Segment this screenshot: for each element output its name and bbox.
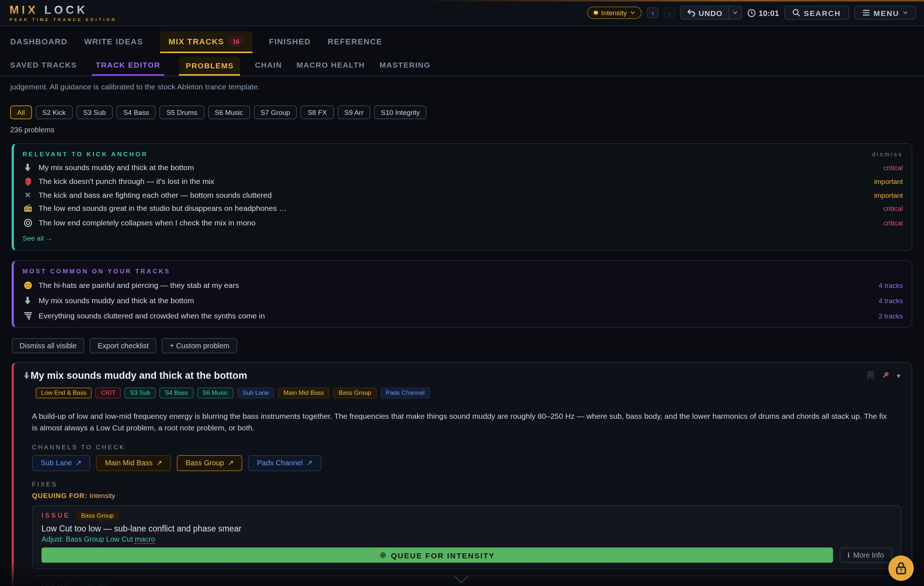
sub-nav: SAVED TRACKS TRACK EDITOR PROBLEMS CHAIN… xyxy=(0,53,924,76)
logo-lock: LOCK xyxy=(45,3,88,16)
search-label: SEARCH xyxy=(804,8,841,17)
main-nav-dashboard[interactable]: DASHBOARD xyxy=(10,37,67,53)
problem-list-item[interactable]: Everything sounds cluttered and crowded … xyxy=(23,311,903,320)
filter-chip-s3-sub[interactable]: S3 Sub xyxy=(76,105,113,119)
tag[interactable]: S4 Bass xyxy=(159,387,193,398)
menu-label: MENU xyxy=(873,8,899,17)
channel-link-bass-group[interactable]: Bass Group↗ xyxy=(177,455,242,471)
main-nav: DASHBOARD WRITE IDEAS MIX TRACKS 16 FINI… xyxy=(0,26,924,53)
search-button[interactable]: SEARCH xyxy=(784,6,849,20)
clock: 10:01 xyxy=(747,8,779,17)
undo-icon xyxy=(687,8,696,17)
channel-link-sub-lane[interactable]: Sub Lane↗ xyxy=(32,455,90,471)
tag[interactable]: Main Mid Bass xyxy=(278,387,330,398)
logo-mix: MIX xyxy=(10,3,38,16)
mix-tracks-count-badge: 16 xyxy=(228,36,243,46)
channel-link-main-mid-bass[interactable]: Main Mid Bass↗ xyxy=(96,455,171,471)
kick-anchor-panel-title: RELEVANT TO KICK ANCHOR xyxy=(23,150,148,158)
bookmark-icon[interactable] xyxy=(866,370,874,383)
problem-list-item[interactable]: The low end sounds great in the studio b… xyxy=(23,204,903,213)
filter-chip-all[interactable]: All xyxy=(10,105,31,119)
tag[interactable]: Sub Lane xyxy=(237,387,274,398)
boxing-glove-icon xyxy=(23,177,33,186)
issue-channel-chip: Bass Group xyxy=(76,511,119,520)
tag[interactable]: CRIT xyxy=(96,387,121,398)
logo-subtitle: PEAK TIME TRANCE EDITION xyxy=(10,17,117,21)
issue-channel-chip: Sub Lane xyxy=(76,581,113,586)
problem-tags: Low End & Bass CRIT S3 Sub S4 Bass S6 Mu… xyxy=(36,387,901,398)
hamburger-icon xyxy=(862,10,870,16)
undo-button[interactable]: UNDO xyxy=(680,6,742,20)
dismiss-panel-button[interactable]: dismiss xyxy=(872,150,903,158)
custom-problem-button[interactable]: + Custom problem xyxy=(162,338,238,353)
undo-label: UNDO xyxy=(698,8,723,17)
queuing-for: QUEUING FOR: Intensity xyxy=(32,491,901,499)
search-icon xyxy=(792,9,800,17)
clock-time: 10:01 xyxy=(759,8,779,17)
history-back-button[interactable]: ‹ xyxy=(647,7,658,18)
sub-nav-mastering[interactable]: MASTERING xyxy=(380,60,431,76)
intro-text: judgement. All guidance is calibrated to… xyxy=(10,82,924,91)
tag[interactable]: Pads Channel xyxy=(381,387,431,398)
issue-label: ISSUE xyxy=(41,583,70,586)
problem-list-item[interactable]: The hi-hats are painful and piercing — t… xyxy=(23,280,903,290)
sub-nav-chain[interactable]: CHAIN xyxy=(255,60,282,76)
lock-help-fab[interactable]: ? xyxy=(888,555,914,581)
mono-target-icon xyxy=(23,218,33,227)
filter-chip-s4-bass[interactable]: S4 Bass xyxy=(116,105,156,119)
dismiss-all-button[interactable]: Dismiss all visible xyxy=(12,338,85,353)
filter-chip-s9-arr[interactable]: S9 Arr xyxy=(337,105,370,119)
main-nav-mix-tracks[interactable]: MIX TRACKS 16 xyxy=(160,31,252,53)
tag[interactable]: S3 Sub xyxy=(124,387,156,398)
macro-link[interactable]: macro xyxy=(135,535,155,544)
problem-list-item[interactable]: My mix sounds muddy and thick at the bot… xyxy=(23,296,903,305)
more-info-button[interactable]: iMore Info xyxy=(840,548,892,563)
sub-nav-problems[interactable]: PROBLEMS xyxy=(179,57,241,76)
filter-chip-s7-group[interactable]: S7 Group xyxy=(254,105,297,119)
chevron-left-icon: ‹ xyxy=(652,9,654,17)
tag[interactable]: Bass Group xyxy=(333,387,377,398)
severity-badge: critical xyxy=(883,204,903,212)
queue-for-intensity-button[interactable]: ⊕QUEUE FOR INTENSITY xyxy=(41,548,833,563)
track-count: 4 tracks xyxy=(878,281,903,289)
down-arrow-icon xyxy=(23,370,31,383)
main-nav-write-ideas[interactable]: WRITE IDEAS xyxy=(84,37,143,53)
menu-button[interactable]: MENU xyxy=(854,6,916,20)
problem-list-item[interactable]: My mix sounds muddy and thick at the bot… xyxy=(23,163,903,172)
external-link-icon: ↗ xyxy=(228,459,234,467)
intensity-selector[interactable]: Intensity xyxy=(587,7,642,19)
tag[interactable]: Low End & Bass xyxy=(36,387,92,398)
history-forward-button[interactable]: › xyxy=(663,7,675,18)
app-window: MIX LOCK PEAK TIME TRANCE EDITION Intens… xyxy=(0,0,924,586)
chevron-down-icon xyxy=(903,11,908,15)
problem-description: A build-up of low and low-mid frequency … xyxy=(32,410,891,434)
filter-chip-s10-integrity[interactable]: S10 Integrity xyxy=(374,105,427,119)
see-all-link[interactable]: See all → xyxy=(23,234,53,242)
channels-to-check-label: CHANNELS TO CHECK xyxy=(32,443,901,450)
filter-chip-s2-kick[interactable]: S2 Kick xyxy=(35,105,73,119)
export-checklist-button[interactable]: Export checklist xyxy=(90,338,157,353)
pin-icon[interactable] xyxy=(880,370,890,383)
problem-list-item[interactable]: ✕ The kick and bass are fighting each ot… xyxy=(23,191,903,199)
issue-title: Low Cut too low — sub-lane conflict and … xyxy=(41,524,892,533)
sub-nav-saved-tracks[interactable]: SAVED TRACKS xyxy=(10,60,77,76)
most-common-panel: MOST COMMON ON YOUR TRACKS The hi-hats a… xyxy=(12,260,912,328)
filter-chip-s8-fx[interactable]: S8 FX xyxy=(301,105,334,119)
channel-link-pads-channel[interactable]: Pads Channel↗ xyxy=(249,455,321,471)
down-arrow-icon xyxy=(23,296,33,305)
collapse-triangle-icon[interactable]: ▼ xyxy=(896,373,901,380)
sub-nav-macro-health[interactable]: MACRO HEALTH xyxy=(297,60,365,76)
undo-dropdown[interactable] xyxy=(728,7,741,19)
problem-list-item[interactable]: The kick doesn't punch through — it's lo… xyxy=(23,177,903,186)
filter-chip-s5-drums[interactable]: S5 Drums xyxy=(160,105,204,119)
severity-badge: critical xyxy=(883,163,903,171)
issue-label: ISSUE xyxy=(41,512,70,520)
filter-chip-s6-music[interactable]: S6 Music xyxy=(208,105,250,119)
problem-count: 236 problems xyxy=(10,126,914,134)
sub-nav-track-editor[interactable]: TRACK EDITOR xyxy=(91,60,165,76)
tag[interactable]: S6 Music xyxy=(197,387,234,398)
problem-list-item[interactable]: The low end completely collapses when I … xyxy=(23,218,903,227)
main-nav-reference[interactable]: REFERENCE xyxy=(328,37,382,53)
main-nav-finished[interactable]: FINISHED xyxy=(269,37,311,53)
fix-issue-card: ISSUE Bass Group Low Cut too low — sub-l… xyxy=(32,505,901,569)
